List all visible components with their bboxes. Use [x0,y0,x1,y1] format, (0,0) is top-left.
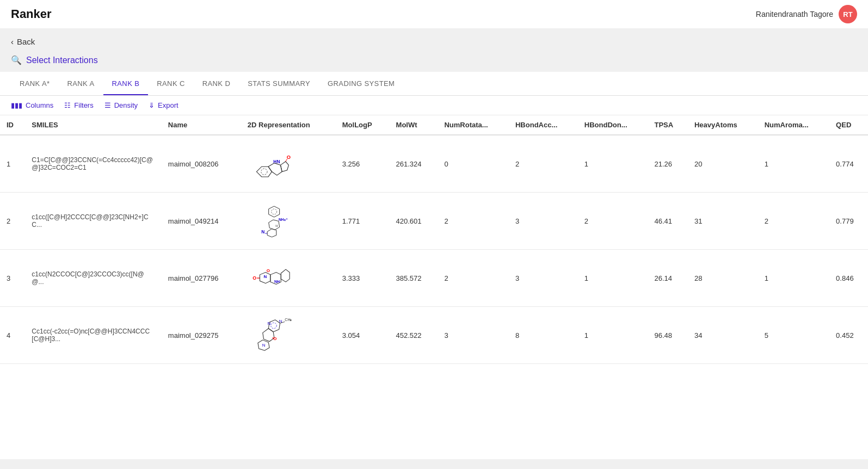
cell-tpsa: 21.26 [648,135,688,193]
cell-hbonddon: 2 [578,193,648,250]
chevron-left-icon: ‹ [11,37,14,46]
export-button[interactable]: ⇓ Export [149,101,178,109]
col-tpsa: TPSA [648,115,688,135]
cell-molwt: 452.522 [390,307,438,364]
cell-qed: 0.452 [829,307,868,364]
cell-id: 1 [0,135,25,193]
col-id: ID [0,115,25,135]
col-molwt: MolWt [390,115,438,135]
cell-mollogp: 1.771 [336,193,390,250]
cell-name: maimol_008206 [162,135,241,193]
svg-point-1 [261,168,267,174]
svg-text:NH₂⁺: NH₂⁺ [279,217,288,221]
cell-numrotata: 3 [438,307,508,364]
toolbar: ▮▮▮ Columns ☷ Filters ☰ Density ⇓ Export [0,96,868,115]
cell-qed: 0.774 [829,135,868,193]
cell-mollogp: 3.256 [336,135,390,193]
table-row: 3 c1cc(N2CCOC[C@]23CCOC3)cc([N@@... maim… [0,250,868,307]
back-label: Back [17,37,35,46]
col-hbonddon: HBondDon... [578,115,648,135]
svg-text:N: N [264,274,267,279]
table-row: 4 Cc1cc(-c2cc(=O)nc[C@@H]3CCN4CCC[C@H]3.… [0,307,868,364]
filters-icon: ☷ [64,101,71,109]
cell-hbondacc: 2 [509,135,578,193]
cell-2d: N N O N CH₃ [241,307,336,364]
cell-molwt: 420.601 [390,193,438,250]
svg-marker-3 [281,161,289,171]
col-qed: QED [829,115,868,135]
density-button[interactable]: ☰ Density [104,101,138,109]
cell-qed: 0.846 [829,250,868,307]
cell-smiles: c1cc(N2CCOC[C@]23CCOC3)cc([N@@... [25,250,162,307]
filters-button[interactable]: ☷ Filters [64,101,93,109]
table-row: 1 C1=C[C@@]23CCNC(=Cc4ccccc42)[C@@]32C=C… [0,135,868,193]
cell-heavyatoms: 28 [688,250,758,307]
tab-rank-b[interactable]: RANK B [103,72,149,95]
select-interactions-bar: 🔍 Select Interactions [0,51,868,72]
select-interactions-label: Select Interactions [26,55,98,65]
svg-text:CH₃: CH₃ [285,318,292,322]
tab-grading-system[interactable]: GRADING SYSTEM [319,72,403,95]
tab-rank-d[interactable]: RANK D [194,72,239,95]
cell-2d: O HN [241,135,336,193]
cell-hbondacc: 3 [509,193,578,250]
table-header-row: ID SMILES Name 2D Representation MolLogP… [0,115,868,135]
cell-molwt: 261.324 [390,135,438,193]
cell-tpsa: 96.48 [648,307,688,364]
cell-hbonddon: 1 [578,307,648,364]
columns-icon: ▮▮▮ [11,101,22,109]
svg-text:H: H [275,224,278,227]
svg-marker-20 [281,269,290,282]
cell-hbonddon: 1 [578,135,648,193]
cell-numrotata: 0 [438,135,508,193]
columns-button[interactable]: ▮▮▮ Columns [11,101,53,109]
table-wrapper[interactable]: ID SMILES Name 2D Representation MolLogP… [0,115,868,459]
user-name: Ranitendranath Tagore [756,10,833,18]
col-hbondacc: HBondAcc... [509,115,578,135]
cell-heavyatoms: 20 [688,135,758,193]
cell-numaroma: 2 [758,193,829,250]
cell-numaroma: 1 [758,135,829,193]
cell-name: maimol_027796 [162,250,241,307]
tab-stats-summary[interactable]: STATS SUMMARY [239,72,319,95]
svg-marker-27 [263,328,274,341]
cell-name: maimol_029275 [162,307,241,364]
cell-numrotata: 2 [438,250,508,307]
col-mollogp: MolLogP [336,115,390,135]
export-label: Export [158,101,178,109]
cell-name: maimol_049214 [162,193,241,250]
svg-point-8 [272,209,277,214]
col-name: Name [162,115,241,135]
export-icon: ⇓ [149,101,155,109]
svg-marker-9 [269,220,280,230]
back-button[interactable]: ‹ Back [11,37,35,46]
cell-hbonddon: 1 [578,250,648,307]
cell-id: 3 [0,250,25,307]
cell-molwt: 385.572 [390,250,438,307]
data-table: ID SMILES Name 2D Representation MolLogP… [0,115,868,364]
user-info: Ranitendranath Tagore RT [756,5,857,23]
cell-numaroma: 1 [758,250,829,307]
tab-rank-a[interactable]: RANK A [58,72,103,95]
svg-text:O: O [253,275,257,280]
tab-rank-a-star[interactable]: RANK A* [11,72,58,95]
svg-marker-7 [269,206,280,217]
col-numaroma: NumAroma... [758,115,829,135]
tab-rank-c[interactable]: RANK C [148,72,193,95]
tabs-container: RANK A* RANK A RANK B RANK C RANK D STAT… [0,72,868,96]
col-2d: 2D Representation [241,115,336,135]
cell-numaroma: 5 [758,307,829,364]
molecule-2d-image: N N O N CH₃ [248,313,297,357]
cell-mollogp: 3.054 [336,307,390,364]
molecule-2d-image: NH₂⁺ N H [248,199,297,243]
col-smiles: SMILES [25,115,162,135]
molecule-2d-image: O N NH O [248,256,297,300]
cell-mollogp: 3.333 [336,250,390,307]
user-avatar[interactable]: RT [839,5,857,23]
density-icon: ☰ [104,101,111,109]
svg-text:HN: HN [274,158,280,164]
svg-text:N: N [262,343,266,348]
cell-heavyatoms: 34 [688,307,758,364]
svg-marker-11 [267,229,276,237]
svg-text:O: O [273,336,276,341]
